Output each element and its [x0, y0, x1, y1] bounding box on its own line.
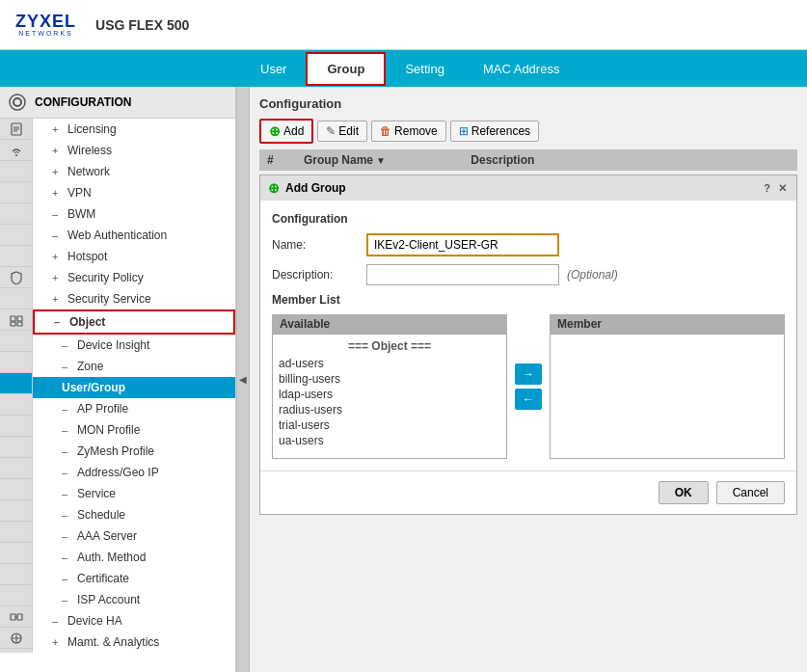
- sidebar-item-wireless[interactable]: + Wireless: [33, 140, 235, 161]
- content-area: Configuration ⊕ Add ✎ Edit 🗑 Remove ⊞ Re…: [250, 87, 807, 672]
- logo-area: ZYXEL NETWORKS USG FLEX 500: [15, 13, 189, 37]
- ref-icon: ⊞: [459, 124, 469, 138]
- mgmt-icon: [10, 632, 23, 645]
- ug-icon-cell: [0, 373, 32, 394]
- table-header: # Group Name ▼ Description: [259, 149, 797, 171]
- web-auth-icon-cell: [0, 225, 32, 246]
- sidebar-item-mgmt-analytics[interactable]: + Mamt. & Analytics: [33, 632, 235, 653]
- sidebar-item-device-ha[interactable]: – Device HA: [33, 610, 235, 632]
- security-icon-row: [0, 267, 32, 288]
- dialog-footer: OK Cancel: [260, 470, 796, 514]
- member-section-title: Member List: [272, 293, 785, 307]
- trash-icon: 🗑: [380, 124, 391, 138]
- sidebar-item-aaa-server[interactable]: – AAA Server: [33, 525, 235, 547]
- sidebar-item-vpn[interactable]: + VPN: [33, 182, 235, 203]
- main-layout: CONFIGURATION: [0, 87, 807, 672]
- config-icon: [8, 93, 27, 112]
- svg-rect-7: [11, 316, 15, 321]
- sidebar-item-auth-method[interactable]: – Auth. Method: [33, 547, 235, 568]
- description-input[interactable]: [366, 264, 559, 285]
- list-item[interactable]: ad-users: [277, 356, 502, 371]
- ha-icon-row: [0, 606, 32, 628]
- sidebar-collapse-handle[interactable]: ◀: [236, 87, 250, 672]
- sidebar-item-address-geo[interactable]: – Address/Geo IP: [33, 462, 235, 483]
- sidebar-item-security-service[interactable]: + Security Service: [33, 288, 235, 309]
- dialog-title-bar: ⊕ Add Group ? ✕: [260, 175, 796, 201]
- mon-icon-cell: [0, 416, 32, 437]
- member-list: Member: [550, 314, 785, 459]
- tab-group[interactable]: Group: [306, 52, 386, 86]
- available-content[interactable]: === Object === ad-users billing-users ld…: [272, 334, 507, 459]
- sidebar-item-hotspot[interactable]: + Hotspot: [33, 246, 235, 267]
- sidebar-item-security-policy[interactable]: + Security Policy: [33, 267, 235, 288]
- svg-point-0: [13, 98, 21, 106]
- isp-icon-cell: [0, 585, 32, 606]
- collapse-arrow: ◀: [239, 374, 247, 385]
- add-icon: ⊕: [269, 123, 281, 139]
- sidebar-item-schedule[interactable]: – Schedule: [33, 504, 235, 525]
- edit-button[interactable]: ✎ Edit: [317, 121, 367, 142]
- available-list: Available === Object === ad-users billin…: [272, 314, 507, 459]
- dialog-title: Add Group: [285, 181, 346, 195]
- sidebar-item-network[interactable]: + Network: [33, 161, 235, 182]
- aaa-icon-cell: [0, 522, 32, 543]
- wireless-icon-row: [0, 140, 32, 161]
- sidebar-item-mon-profile[interactable]: – MON Profile: [33, 419, 235, 441]
- sidebar-item-bwm[interactable]: – BWM: [33, 203, 235, 225]
- cancel-button[interactable]: Cancel: [716, 481, 785, 504]
- brand-sub: NETWORKS: [18, 30, 72, 37]
- mgmt-icon-row: [0, 628, 32, 649]
- sidebar-item-user-group[interactable]: User/Group: [33, 377, 235, 398]
- sidebar-item-zymesh-profile[interactable]: – ZyMesh Profile: [33, 441, 235, 462]
- dialog-help-btn[interactable]: ?: [762, 182, 772, 195]
- sidebar-item-device-insight[interactable]: – Device Insight: [33, 335, 235, 356]
- object-icon: [10, 313, 23, 327]
- security-icon: [10, 271, 23, 284]
- description-label: Description:: [272, 268, 359, 282]
- sidebar-item-object[interactable]: – Object: [33, 309, 235, 335]
- config-label: CONFIGURATION: [35, 95, 131, 109]
- available-header: Available: [272, 314, 507, 334]
- network-icon-cell: [0, 161, 32, 182]
- tab-setting[interactable]: Setting: [386, 54, 463, 84]
- list-item[interactable]: billing-users: [277, 371, 502, 387]
- name-label: Name:: [272, 238, 359, 252]
- add-button[interactable]: ⊕ Add: [259, 119, 313, 144]
- svc-icon-cell: [0, 479, 32, 500]
- model-name: USG FLEX 500: [95, 17, 189, 33]
- cert-icon-cell: [0, 564, 32, 585]
- sidebar-item-web-auth[interactable]: – Web Authentication: [33, 225, 235, 246]
- member-list-area: Available === Object === ad-users billin…: [272, 314, 785, 459]
- name-row: Name:: [272, 233, 785, 256]
- name-input[interactable]: [366, 233, 559, 256]
- move-left-button[interactable]: ←: [515, 389, 542, 410]
- list-item[interactable]: trial-users: [277, 417, 502, 433]
- list-item[interactable]: ldap-users: [277, 387, 502, 402]
- zy-icon-cell: [0, 437, 32, 458]
- member-content[interactable]: [550, 334, 785, 459]
- svg-point-1: [10, 94, 25, 110]
- list-item[interactable]: ua-users: [277, 433, 502, 448]
- sidebar-item-zone[interactable]: – Zone: [33, 356, 235, 377]
- section-title: Configuration: [259, 96, 797, 111]
- tab-mac-address[interactable]: MAC Address: [464, 54, 578, 84]
- tab-user[interactable]: User: [241, 54, 306, 84]
- bwm-icon-cell: [0, 203, 32, 225]
- add-label: Add: [283, 124, 304, 138]
- col-num-header: #: [267, 153, 296, 167]
- svg-point-6: [15, 154, 17, 156]
- sidebar-item-ap-profile[interactable]: – AP Profile: [33, 398, 235, 419]
- zyxel-logo: ZYXEL NETWORKS: [15, 13, 76, 37]
- dialog-close-btn[interactable]: ✕: [776, 182, 789, 195]
- pencil-icon: ✎: [326, 124, 336, 138]
- move-right-button[interactable]: →: [515, 363, 542, 385]
- sidebar-item-licensing[interactable]: + Licensing: [33, 119, 235, 140]
- references-button[interactable]: ⊞ References: [450, 121, 539, 142]
- sidebar-items-col: + Licensing + Wireless + Network + VPN –: [33, 119, 235, 653]
- sidebar-item-certificate[interactable]: – Certificate: [33, 568, 235, 589]
- ok-button[interactable]: OK: [659, 481, 709, 504]
- sidebar-item-service[interactable]: – Service: [33, 483, 235, 504]
- list-item[interactable]: radius-users: [277, 402, 502, 417]
- remove-button[interactable]: 🗑 Remove: [371, 121, 446, 142]
- sidebar-item-isp-account[interactable]: – ISP Account: [33, 589, 235, 610]
